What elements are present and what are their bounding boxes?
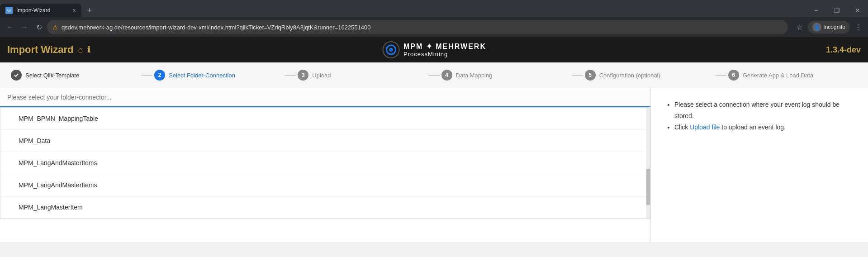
list-item[interactable]: MPM_LangAndMasterItems [0,174,650,196]
forward-button[interactable]: → [18,21,31,33]
step-2: 2 Select Folder-Connection [154,70,283,81]
browser-actions: ☆ 👤 Incognito ⋮ [793,21,864,33]
instruction-item-2: Click Upload file to upload an event log… [674,122,854,133]
step-2-circle: 2 [154,70,165,81]
logo-brand: MPM ✦ MEHRWERK [403,42,486,51]
tab-favicon: W [5,7,13,14]
step-4-label: Data Mapping [456,72,493,79]
menu-button[interactable]: ⋮ [852,21,864,33]
browser-chrome: W Import-Wizard × + − ❐ ✕ ← → ↻ ⚠ qsdev.… [0,0,868,37]
scrollbar-track[interactable] [646,108,650,219]
tab-title: Import-Wizard [16,7,69,14]
step-5: 5 Configuration (optional) [585,70,714,81]
step-divider-4 [572,75,583,76]
list-item[interactable]: MPM_BPMN_MappingTable [0,108,650,130]
step-3: 3 Upload [298,70,427,81]
step-divider-2 [285,75,296,76]
step-5-label: Configuration (optional) [599,72,660,79]
step-2-label: Select Folder-Connection [169,72,235,79]
minimize-button[interactable]: − [806,0,826,20]
tab-bar: W Import-Wizard × + − ❐ ✕ [0,0,868,17]
step-6-label: Generate App & Load Data [743,72,813,79]
left-panel: MPM_BPMN_MappingTable MPM_Data MPM_LangA… [0,88,651,242]
step-6-circle: 6 [728,70,739,81]
stepper: Select Qlik-Template 2 Select Folder-Con… [0,62,868,88]
instruction-item-1: Please select a connection where your ev… [674,99,854,122]
step-3-label: Upload [312,72,331,79]
upload-link[interactable]: Upload file [690,124,720,131]
back-button[interactable]: ← [4,21,16,33]
info-button[interactable]: ℹ [87,45,90,55]
list-item[interactable]: MPM_LangAndMasterItems [0,152,650,174]
tab-close-button[interactable]: × [72,7,76,14]
app: Import Wizard ⌂ ℹ MPM ✦ MEHRWERK Process… [0,37,868,62]
app-title-group: Import Wizard ⌂ ℹ [7,44,90,56]
step-divider-5 [716,75,726,76]
new-tab-button[interactable]: + [83,4,96,17]
active-tab[interactable]: W Import-Wizard × [0,4,81,17]
close-button[interactable]: ✕ [847,0,868,20]
step-1-circle [11,70,22,81]
maximize-button[interactable]: ❐ [826,0,847,20]
step-6: 6 Generate App & Load Data [728,70,857,81]
logo-text-group: MPM ✦ MEHRWERK ProcessMining [403,42,486,57]
step-1-label: Select Qlik-Template [25,72,79,79]
main-content: MPM_BPMN_MappingTable MPM_Data MPM_LangA… [0,88,868,242]
instruction-text-2-suffix: to upload an event log. [720,124,786,131]
bookmark-button[interactable]: ☆ [793,21,806,33]
window-controls: − ❐ ✕ [806,0,868,20]
logo-icon [382,41,400,59]
folder-connector-dropdown: MPM_BPMN_MappingTable MPM_Data MPM_LangA… [0,88,650,219]
app-header: Import Wizard ⌂ ℹ MPM ✦ MEHRWERK Process… [0,37,868,62]
instruction-text-1: Please select a connection where your ev… [674,101,840,119]
step-4: 4 Data Mapping [441,70,570,81]
instruction-text-2-prefix: Click [674,124,690,131]
version-badge: 1.3.4-dev [826,45,861,55]
svg-text:W: W [7,9,11,13]
scrollbar-thumb [646,169,650,205]
profile-button[interactable]: 👤 Incognito [808,21,850,33]
home-button[interactable]: ⌂ [78,45,83,55]
address-text: qsdev.mehrwerk-ag.de/resources/import-wi… [62,24,783,31]
step-1: Select Qlik-Template [11,70,140,81]
address-bar[interactable]: ⚠ qsdev.mehrwerk-ag.de/resources/import-… [47,20,788,34]
dropdown-list: MPM_BPMN_MappingTable MPM_Data MPM_LangA… [0,107,650,219]
reload-button[interactable]: ↻ [33,21,45,33]
instructions-list: Please select a connection where your ev… [665,99,854,133]
avatar: 👤 [812,23,821,32]
profile-label: Incognito [823,24,845,30]
step-4-circle: 4 [441,70,452,81]
browser-controls: ← → ↻ ⚠ qsdev.mehrwerk-ag.de/resources/i… [0,17,868,37]
list-item[interactable]: MPM_LangMasterItem [0,196,650,219]
logo-sub: ProcessMining [403,51,486,57]
right-panel: Please select a connection where your ev… [651,88,868,242]
step-5-circle: 5 [585,70,596,81]
step-3-circle: 3 [298,70,308,81]
step-divider-3 [429,75,440,76]
step-divider-1 [142,75,152,76]
svg-point-4 [389,48,393,52]
list-item[interactable]: MPM_Data [0,130,650,152]
security-icon: ⚠ [52,24,58,31]
folder-connector-input[interactable] [0,88,650,107]
logo: MPM ✦ MEHRWERK ProcessMining [382,41,486,59]
app-title-text: Import Wizard [7,44,73,56]
